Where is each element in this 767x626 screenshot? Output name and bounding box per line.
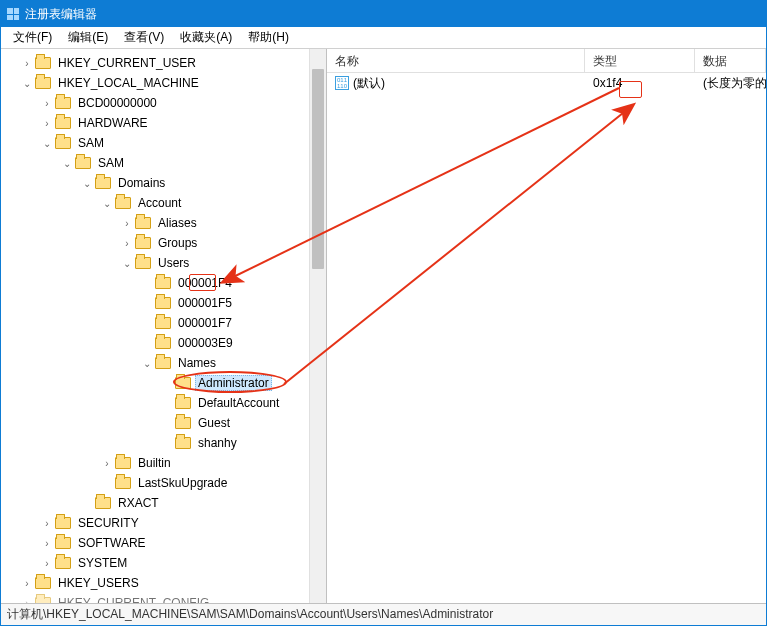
tree-node-aliases[interactable]: ›Aliases [1,213,326,233]
chevron-right-icon[interactable]: › [41,538,53,549]
regedit-window: 注册表编辑器 文件(F) 编辑(E) 查看(V) 收藏夹(A) 帮助(H) ›H… [0,0,767,626]
chevron-down-icon[interactable]: ⌄ [81,178,93,189]
chevron-right-icon[interactable]: › [121,238,133,249]
folder-icon [155,317,171,329]
chevron-right-icon[interactable]: › [21,578,33,589]
tree-node-000001f5[interactable]: ·000001F5 [1,293,326,313]
folder-icon [55,137,71,149]
binary-value-icon [335,76,349,90]
list-pane: 名称 类型 数据 (默认) 0x1f4 (长度为零的二 [327,49,766,603]
chevron-right-icon[interactable]: › [21,58,33,69]
tree-scroll[interactable]: ›HKEY_CURRENT_USER ⌄HKEY_LOCAL_MACHINE ›… [1,49,326,603]
list-row[interactable]: (默认) 0x1f4 (长度为零的二 [327,73,766,93]
column-name[interactable]: 名称 [327,49,585,72]
tree-node-hkcc[interactable]: ›HKEY_CURRENT_CONFIG [1,593,326,603]
folder-icon [135,217,151,229]
folder-icon [35,577,51,589]
folder-icon [75,157,91,169]
tree-node-groups[interactable]: ›Groups [1,233,326,253]
chevron-right-icon[interactable]: › [41,518,53,529]
folder-icon [175,377,191,389]
window-title: 注册表编辑器 [25,6,97,23]
chevron-down-icon[interactable]: ⌄ [141,358,153,369]
titlebar[interactable]: 注册表编辑器 [1,1,766,27]
folder-icon [115,477,131,489]
scrollbar-thumb[interactable] [312,69,324,269]
folder-icon [55,517,71,529]
menu-file[interactable]: 文件(F) [5,27,60,48]
folder-icon [155,277,171,289]
cell-name: (默认) [327,73,585,94]
tree-node-defaultaccount[interactable]: ·DefaultAccount [1,393,326,413]
status-path: 计算机\HKEY_LOCAL_MACHINE\SAM\SAM\Domains\A… [7,606,493,623]
tree-node-hku[interactable]: ›HKEY_USERS [1,573,326,593]
tree-node-software[interactable]: ›SOFTWARE [1,533,326,553]
chevron-right-icon[interactable]: › [101,458,113,469]
folder-icon [55,97,71,109]
tree-node-hkcu[interactable]: ›HKEY_CURRENT_USER [1,53,326,73]
chevron-down-icon[interactable]: ⌄ [61,158,73,169]
tree-vertical-scrollbar[interactable] [309,49,326,603]
folder-icon [175,437,191,449]
folder-icon [55,117,71,129]
column-type[interactable]: 类型 [585,49,695,72]
chevron-right-icon[interactable]: › [121,218,133,229]
tree-node-system[interactable]: ›SYSTEM [1,553,326,573]
tree-node-users[interactable]: ⌄Users [1,253,326,273]
folder-icon [55,557,71,569]
chevron-right-icon[interactable]: › [41,558,53,569]
tree-node-domains[interactable]: ⌄Domains [1,173,326,193]
column-data[interactable]: 数据 [695,49,766,72]
tree-node-guest[interactable]: ·Guest [1,413,326,433]
tree-pane: ›HKEY_CURRENT_USER ⌄HKEY_LOCAL_MACHINE ›… [1,49,327,603]
folder-icon [55,537,71,549]
menu-edit[interactable]: 编辑(E) [60,27,116,48]
chevron-right-icon[interactable]: › [21,598,33,604]
folder-icon [155,297,171,309]
tree-node-000001f4[interactable]: ·000001F4 [1,273,326,293]
list-body[interactable]: (默认) 0x1f4 (长度为零的二 [327,73,766,603]
menu-help[interactable]: 帮助(H) [240,27,297,48]
tree-node-builtin[interactable]: ›Builtin [1,453,326,473]
tree-node-sam[interactable]: ⌄SAM [1,133,326,153]
folder-icon [35,77,51,89]
cell-type: 0x1f4 [585,74,695,92]
tree-node-hardware[interactable]: ›HARDWARE [1,113,326,133]
folder-icon [135,257,151,269]
tree-node-security[interactable]: ›SECURITY [1,513,326,533]
tree-node-shanhy[interactable]: ·shanhy [1,433,326,453]
tree-node-lastskuupgrade[interactable]: ·LastSkuUpgrade [1,473,326,493]
folder-icon [155,357,171,369]
app-icon [7,8,19,20]
tree-node-hklm[interactable]: ⌄HKEY_LOCAL_MACHINE [1,73,326,93]
folder-icon [115,197,131,209]
folder-icon [175,417,191,429]
tree-node-000001f7[interactable]: ·000001F7 [1,313,326,333]
chevron-right-icon[interactable]: › [41,118,53,129]
folder-icon [95,177,111,189]
tree-node-account[interactable]: ⌄Account [1,193,326,213]
chevron-down-icon[interactable]: ⌄ [21,78,33,89]
folder-icon [35,57,51,69]
menubar: 文件(F) 编辑(E) 查看(V) 收藏夹(A) 帮助(H) [1,27,766,49]
folder-icon [175,397,191,409]
tree-node-rxact[interactable]: ·RXACT [1,493,326,513]
chevron-down-icon[interactable]: ⌄ [41,138,53,149]
content-area: ›HKEY_CURRENT_USER ⌄HKEY_LOCAL_MACHINE ›… [1,49,766,603]
tree-node-administrator[interactable]: ·Administrator [1,373,326,393]
cell-data: (长度为零的二 [695,73,766,94]
folder-icon [115,457,131,469]
chevron-down-icon[interactable]: ⌄ [101,198,113,209]
tree-node-sam2[interactable]: ⌄SAM [1,153,326,173]
folder-icon [135,237,151,249]
tree-node-bcd[interactable]: ›BCD00000000 [1,93,326,113]
menu-view[interactable]: 查看(V) [116,27,172,48]
tree-node-names[interactable]: ⌄Names [1,353,326,373]
list-header: 名称 类型 数据 [327,49,766,73]
statusbar: 计算机\HKEY_LOCAL_MACHINE\SAM\SAM\Domains\A… [1,603,766,625]
chevron-down-icon[interactable]: ⌄ [121,258,133,269]
menu-favorites[interactable]: 收藏夹(A) [172,27,240,48]
folder-icon [35,597,51,603]
chevron-right-icon[interactable]: › [41,98,53,109]
tree-node-000003e9[interactable]: ·000003E9 [1,333,326,353]
